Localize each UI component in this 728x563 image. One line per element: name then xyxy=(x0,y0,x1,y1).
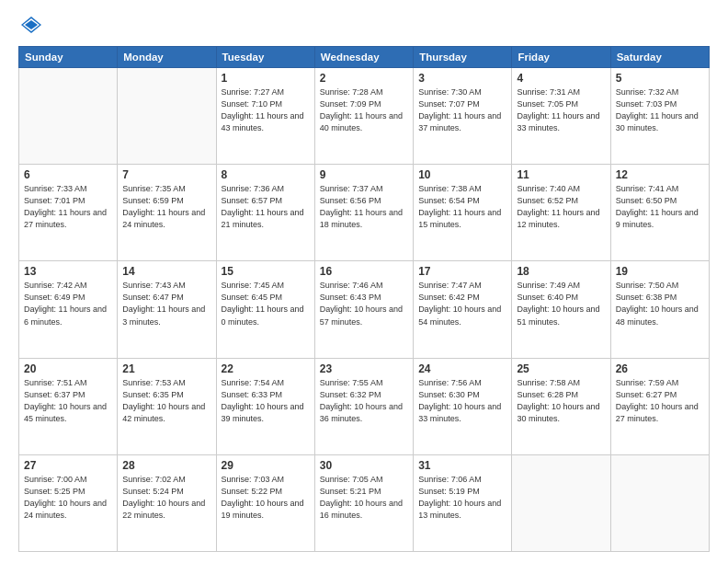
calendar-cell: 1Sunrise: 7:27 AMSunset: 7:10 PMDaylight… xyxy=(216,68,314,165)
week-row-2: 13Sunrise: 7:42 AMSunset: 6:49 PMDayligh… xyxy=(19,261,710,358)
day-number: 26 xyxy=(616,362,704,375)
day-info: Sunrise: 7:43 AMSunset: 6:47 PMDaylight:… xyxy=(122,280,210,327)
day-number: 30 xyxy=(320,459,408,472)
day-number: 29 xyxy=(222,459,310,472)
day-number: 31 xyxy=(418,459,506,472)
calendar-cell xyxy=(610,454,709,551)
calendar-cell: 14Sunrise: 7:43 AMSunset: 6:47 PMDayligh… xyxy=(118,261,216,358)
day-info: Sunrise: 7:55 AMSunset: 6:32 PMDaylight:… xyxy=(320,377,408,425)
calendar-cell: 5Sunrise: 7:32 AMSunset: 7:03 PMDaylight… xyxy=(610,68,709,165)
day-info: Sunrise: 7:42 AMSunset: 6:49 PMDaylight:… xyxy=(24,280,112,327)
calendar-cell: 26Sunrise: 7:59 AMSunset: 6:27 PMDayligh… xyxy=(610,358,709,454)
calendar-cell: 24Sunrise: 7:56 AMSunset: 6:30 PMDayligh… xyxy=(414,358,512,454)
day-number: 17 xyxy=(418,265,506,278)
day-number: 28 xyxy=(122,459,210,472)
day-number: 10 xyxy=(418,168,506,181)
day-info: Sunrise: 7:06 AMSunset: 5:19 PMDaylight:… xyxy=(418,474,506,522)
day-number: 11 xyxy=(517,168,605,181)
calendar-cell: 2Sunrise: 7:28 AMSunset: 7:09 PMDaylight… xyxy=(314,68,413,165)
week-row-1: 6Sunrise: 7:33 AMSunset: 7:01 PMDaylight… xyxy=(19,165,710,261)
day-info: Sunrise: 7:33 AMSunset: 7:01 PMDaylight:… xyxy=(24,183,112,231)
day-number: 6 xyxy=(24,168,112,181)
day-number: 13 xyxy=(24,265,112,278)
weekday-header-saturday: Saturday xyxy=(610,47,709,68)
week-row-3: 20Sunrise: 7:51 AMSunset: 6:37 PMDayligh… xyxy=(19,358,710,454)
calendar-cell: 22Sunrise: 7:54 AMSunset: 6:33 PMDayligh… xyxy=(216,358,314,454)
weekday-header-wednesday: Wednesday xyxy=(314,47,413,68)
calendar-cell: 16Sunrise: 7:46 AMSunset: 6:43 PMDayligh… xyxy=(314,261,413,358)
day-info: Sunrise: 7:00 AMSunset: 5:25 PMDaylight:… xyxy=(24,474,112,522)
day-number: 20 xyxy=(24,362,112,375)
calendar-cell xyxy=(512,454,610,551)
calendar-cell: 8Sunrise: 7:36 AMSunset: 6:57 PMDaylight… xyxy=(216,165,314,261)
weekday-header-sunday: Sunday xyxy=(19,47,118,68)
day-info: Sunrise: 7:50 AMSunset: 6:38 PMDaylight:… xyxy=(616,280,704,327)
page: SundayMondayTuesdayWednesdayThursdayFrid… xyxy=(0,0,728,563)
day-info: Sunrise: 7:05 AMSunset: 5:21 PMDaylight:… xyxy=(320,474,408,522)
header xyxy=(18,17,710,37)
day-number: 3 xyxy=(418,72,506,85)
day-info: Sunrise: 7:53 AMSunset: 6:35 PMDaylight:… xyxy=(122,377,210,425)
day-info: Sunrise: 7:27 AMSunset: 7:10 PMDaylight:… xyxy=(222,86,310,134)
weekday-header-friday: Friday xyxy=(512,47,610,68)
calendar-cell: 11Sunrise: 7:40 AMSunset: 6:52 PMDayligh… xyxy=(512,165,610,261)
calendar-cell xyxy=(19,68,118,165)
day-info: Sunrise: 7:37 AMSunset: 6:56 PMDaylight:… xyxy=(320,183,408,231)
day-info: Sunrise: 7:28 AMSunset: 7:09 PMDaylight:… xyxy=(320,86,408,134)
day-number: 15 xyxy=(222,265,310,278)
calendar-cell: 31Sunrise: 7:06 AMSunset: 5:19 PMDayligh… xyxy=(414,454,512,551)
day-number: 24 xyxy=(418,362,506,375)
day-info: Sunrise: 7:51 AMSunset: 6:37 PMDaylight:… xyxy=(24,377,112,425)
day-info: Sunrise: 7:36 AMSunset: 6:57 PMDaylight:… xyxy=(222,183,310,231)
calendar-cell xyxy=(118,68,216,165)
day-number: 21 xyxy=(122,362,210,375)
day-number: 7 xyxy=(122,168,210,181)
day-number: 23 xyxy=(320,362,408,375)
weekday-header-row: SundayMondayTuesdayWednesdayThursdayFrid… xyxy=(19,47,710,68)
calendar-cell: 29Sunrise: 7:03 AMSunset: 5:22 PMDayligh… xyxy=(216,454,314,551)
day-number: 12 xyxy=(616,168,704,181)
day-info: Sunrise: 7:31 AMSunset: 7:05 PMDaylight:… xyxy=(517,86,605,134)
calendar-cell: 15Sunrise: 7:45 AMSunset: 6:45 PMDayligh… xyxy=(216,261,314,358)
logo-flag-icon xyxy=(21,17,41,37)
day-number: 18 xyxy=(517,265,605,278)
calendar-cell: 12Sunrise: 7:41 AMSunset: 6:50 PMDayligh… xyxy=(610,165,709,261)
calendar-cell: 20Sunrise: 7:51 AMSunset: 6:37 PMDayligh… xyxy=(19,358,118,454)
day-number: 9 xyxy=(320,168,408,181)
day-number: 1 xyxy=(222,72,310,85)
calendar-cell: 4Sunrise: 7:31 AMSunset: 7:05 PMDaylight… xyxy=(512,68,610,165)
calendar-cell: 3Sunrise: 7:30 AMSunset: 7:07 PMDaylight… xyxy=(414,68,512,165)
day-number: 27 xyxy=(24,459,112,472)
day-info: Sunrise: 7:47 AMSunset: 6:42 PMDaylight:… xyxy=(418,280,506,327)
calendar-table: SundayMondayTuesdayWednesdayThursdayFrid… xyxy=(18,46,710,552)
day-info: Sunrise: 7:41 AMSunset: 6:50 PMDaylight:… xyxy=(616,183,704,231)
day-number: 25 xyxy=(517,362,605,375)
day-info: Sunrise: 7:59 AMSunset: 6:27 PMDaylight:… xyxy=(616,377,704,425)
weekday-header-thursday: Thursday xyxy=(414,47,512,68)
calendar-cell: 23Sunrise: 7:55 AMSunset: 6:32 PMDayligh… xyxy=(314,358,413,454)
day-number: 8 xyxy=(222,168,310,181)
day-info: Sunrise: 7:49 AMSunset: 6:40 PMDaylight:… xyxy=(517,280,605,327)
weekday-header-monday: Monday xyxy=(118,47,216,68)
calendar-cell: 6Sunrise: 7:33 AMSunset: 7:01 PMDaylight… xyxy=(19,165,118,261)
calendar-cell: 7Sunrise: 7:35 AMSunset: 6:59 PMDaylight… xyxy=(118,165,216,261)
calendar-cell: 18Sunrise: 7:49 AMSunset: 6:40 PMDayligh… xyxy=(512,261,610,358)
calendar-cell: 13Sunrise: 7:42 AMSunset: 6:49 PMDayligh… xyxy=(19,261,118,358)
day-info: Sunrise: 7:35 AMSunset: 6:59 PMDaylight:… xyxy=(122,183,210,231)
logo xyxy=(18,17,41,37)
calendar-cell: 19Sunrise: 7:50 AMSunset: 6:38 PMDayligh… xyxy=(610,261,709,358)
calendar-cell: 9Sunrise: 7:37 AMSunset: 6:56 PMDaylight… xyxy=(314,165,413,261)
calendar-cell: 25Sunrise: 7:58 AMSunset: 6:28 PMDayligh… xyxy=(512,358,610,454)
day-info: Sunrise: 7:46 AMSunset: 6:43 PMDaylight:… xyxy=(320,280,408,327)
day-info: Sunrise: 7:30 AMSunset: 7:07 PMDaylight:… xyxy=(418,86,506,134)
day-info: Sunrise: 7:02 AMSunset: 5:24 PMDaylight:… xyxy=(122,474,210,522)
day-info: Sunrise: 7:56 AMSunset: 6:30 PMDaylight:… xyxy=(418,377,506,425)
day-number: 5 xyxy=(616,72,704,85)
calendar-cell: 28Sunrise: 7:02 AMSunset: 5:24 PMDayligh… xyxy=(118,454,216,551)
calendar-cell: 27Sunrise: 7:00 AMSunset: 5:25 PMDayligh… xyxy=(19,454,118,551)
day-info: Sunrise: 7:03 AMSunset: 5:22 PMDaylight:… xyxy=(222,474,310,522)
day-number: 19 xyxy=(616,265,704,278)
day-info: Sunrise: 7:32 AMSunset: 7:03 PMDaylight:… xyxy=(616,86,704,134)
calendar-cell: 30Sunrise: 7:05 AMSunset: 5:21 PMDayligh… xyxy=(314,454,413,551)
day-info: Sunrise: 7:38 AMSunset: 6:54 PMDaylight:… xyxy=(418,183,506,231)
